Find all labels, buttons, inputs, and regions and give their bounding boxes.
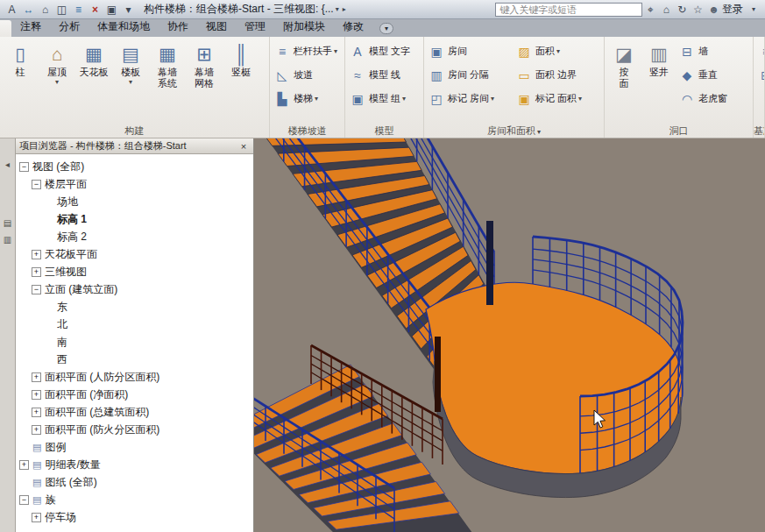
button-stair[interactable]: ▙楼梯▾	[272, 87, 343, 110]
tree-item[interactable]: 南	[16, 333, 253, 351]
communication-center-icon[interactable]: ↻	[674, 2, 690, 18]
tree-item[interactable]: ▤图例	[16, 438, 253, 456]
expander-minus-icon[interactable]: −	[19, 495, 29, 505]
expander-plus-icon[interactable]: +	[32, 250, 41, 259]
button-area[interactable]: ▨面积▾	[514, 39, 601, 63]
button-roof[interactable]: ⌂屋顶▾	[39, 39, 75, 124]
tree-item[interactable]: 场地	[16, 193, 253, 210]
tab-view[interactable]: 视图	[197, 18, 236, 37]
thin-lines-icon[interactable]: ≡	[70, 2, 87, 18]
tree-item[interactable]: +▤明细表/数量	[16, 456, 253, 473]
palette-tab-icon[interactable]: ▥	[4, 235, 11, 245]
sign-in-button[interactable]: ☻ 登录	[708, 2, 743, 17]
expander-plus-icon[interactable]: +	[32, 513, 41, 522]
tab-collaborate[interactable]: 协作	[159, 18, 197, 37]
subscription-center-icon[interactable]: ⌂	[658, 2, 674, 18]
floor-icon: ▤	[119, 42, 142, 67]
tree-item[interactable]: −视图 (全部)	[16, 158, 253, 175]
viewport-3d[interactable]	[254, 138, 765, 532]
signin-dropdown-icon[interactable]: ▾	[746, 2, 761, 18]
project-browser-header[interactable]: 项目浏览器 - 构件楼梯：组合楼梯-Start ×	[16, 138, 253, 154]
expander-minus-icon[interactable]: −	[32, 180, 41, 189]
button-model-group[interactable]: ▣模型 组▾	[347, 87, 421, 110]
tree-item[interactable]: 西	[16, 351, 253, 368]
tree-item[interactable]: ▤图纸 (全部)	[16, 473, 253, 491]
button-vertical-opening[interactable]: ◆垂直	[676, 63, 730, 87]
tree-item[interactable]: +三维视图	[16, 263, 253, 280]
button-level[interactable]: ≡标高	[755, 39, 762, 63]
button-grid[interactable]: ⊞轴网	[755, 63, 762, 87]
tab-annotate[interactable]: 注释	[11, 18, 50, 37]
tree-item[interactable]: −立面 (建筑立面)	[16, 280, 253, 298]
expander-plus-icon[interactable]: +	[19, 460, 29, 470]
tree-item[interactable]: 标高 1	[16, 210, 253, 228]
expander-minus-icon[interactable]: −	[32, 285, 41, 294]
properties-palette-icon[interactable]: ▤	[4, 218, 11, 228]
button-room-separator[interactable]: ▥房间 分隔	[426, 63, 514, 87]
tab-analyze[interactable]: 分析	[50, 18, 89, 37]
tab-addins[interactable]: 附加模块	[274, 18, 334, 37]
tree-item[interactable]: +天花板平面	[16, 245, 253, 263]
aligned-dimension-icon[interactable]: ↔	[20, 2, 37, 18]
tree-item[interactable]: 东	[16, 298, 253, 316]
button-floor[interactable]: ▤楼板▾	[112, 39, 149, 124]
close-hidden-windows-icon[interactable]: ×	[87, 2, 103, 18]
tab-modify[interactable]: 修改	[334, 18, 372, 37]
button-curtain-grid[interactable]: ⊞幕墙网格	[186, 39, 223, 124]
button-column[interactable]: ▯柱	[2, 39, 39, 124]
tree-item[interactable]: −楼层平面	[16, 175, 253, 193]
tab-architecture-partial[interactable]	[0, 20, 11, 37]
roof-icon: ⌂	[46, 42, 68, 67]
expander-plus-icon[interactable]: +	[32, 408, 41, 417]
button-dormer[interactable]: ◠老虎窗	[676, 87, 730, 110]
button-wall-opening[interactable]: ⊟墙	[676, 39, 730, 63]
expander-plus-icon[interactable]: +	[32, 425, 41, 435]
expander-plus-icon[interactable]: +	[32, 372, 41, 382]
tree-item[interactable]: 北	[16, 316, 253, 333]
tree-item[interactable]: +面积平面 (人防分区面积)	[16, 368, 253, 386]
section-icon[interactable]: ◫	[53, 2, 70, 18]
button-railing[interactable]: ≡栏杆扶手▾	[272, 39, 343, 63]
search-go-icon[interactable]: ⌖	[642, 2, 658, 18]
button-ramp[interactable]: ◺坡道	[272, 63, 343, 87]
search-input[interactable]	[495, 3, 642, 17]
title-dropdown-icon[interactable]: ▾	[336, 5, 339, 13]
ribbon-cycle-icon[interactable]: ▾	[379, 23, 393, 34]
tree-item[interactable]: 标高 2	[16, 228, 253, 245]
expander-plus-icon[interactable]: +	[32, 390, 41, 400]
button-tag-area[interactable]: ▣标记 面积▾	[514, 87, 601, 110]
button-room[interactable]: ▣房间	[426, 39, 514, 63]
button-tag-room[interactable]: ◰标记 房间▾	[426, 87, 514, 110]
curtain-system-icon: ▦	[156, 42, 179, 67]
button-label: 标记 面积	[535, 92, 577, 105]
text-note-icon[interactable]: A	[4, 2, 20, 18]
qat-customize-icon[interactable]: ▾	[120, 2, 137, 18]
favorites-icon[interactable]: ☆	[690, 2, 705, 18]
panel-room-area-label[interactable]: 房间和面积▾	[424, 124, 604, 138]
area-icon: ▨	[516, 44, 532, 60]
tab-massing-site[interactable]: 体量和场地	[89, 18, 159, 37]
button-mullion[interactable]: ║竖梃	[223, 39, 259, 124]
tree-item[interactable]: +停车场	[16, 508, 253, 526]
sheet-icon: ▤	[32, 477, 41, 488]
tab-manage[interactable]: 管理	[236, 18, 274, 37]
tree-item[interactable]: +面积平面 (净面积)	[16, 386, 253, 403]
expander-minus-icon[interactable]: −	[19, 162, 29, 172]
button-shaft[interactable]: ▥竖井	[641, 39, 676, 124]
button-curtain-system[interactable]: ▦幕墙系统	[149, 39, 186, 124]
button-model-line[interactable]: ≈模型 线	[347, 63, 421, 87]
ramp-icon: ◺	[274, 67, 290, 83]
button-area-boundary[interactable]: ▭面积 边界	[514, 63, 601, 87]
tree-item[interactable]: +面积平面 (防火分区面积)	[16, 421, 253, 438]
tree-item[interactable]: +面积平面 (总建筑面积)	[16, 403, 253, 421]
button-by-face[interactable]: ◪按面	[606, 39, 641, 124]
switch-windows-icon[interactable]: ▣	[103, 2, 120, 18]
collapse-arrow-icon[interactable]: ◂	[5, 160, 10, 169]
expander-plus-icon[interactable]: +	[32, 267, 41, 277]
default-3d-view-icon[interactable]: ⌂	[37, 2, 53, 18]
button-model-text[interactable]: A模型 文字	[347, 39, 421, 63]
button-ceiling[interactable]: ▦天花板	[75, 39, 112, 124]
title-scroll-icon[interactable]: ▸	[343, 5, 346, 13]
tree-item[interactable]: −▤族	[16, 491, 253, 508]
close-icon[interactable]: ×	[237, 141, 250, 152]
